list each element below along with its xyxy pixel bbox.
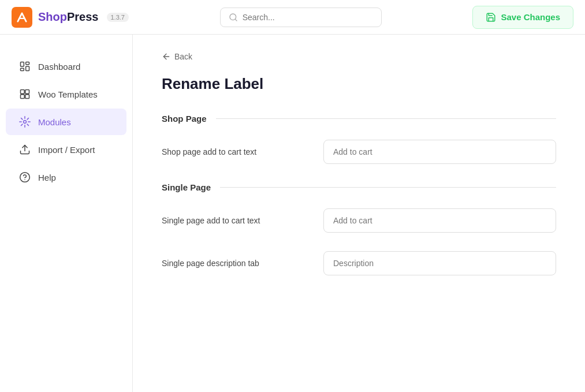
shop-page-section-title: Shop Page [162,114,207,124]
svg-rect-7 [21,90,25,94]
shop-add-to-cart-row: Shop page add to cart text [162,140,556,164]
shop-page-section: Shop Page Shop page add to cart text [162,114,556,164]
layout: Dashboard Woo Templates Mo [0,35,585,392]
header-center [129,8,472,27]
sidebar-item-modules-label: Modules [38,117,71,127]
sidebar: Dashboard Woo Templates Mo [0,35,133,392]
sidebar-item-modules[interactable]: Modules [6,109,126,135]
sidebar-item-import-export-label: Import / Export [38,145,95,155]
single-page-section-line [220,187,556,188]
svg-point-11 [24,121,27,124]
dashboard-icon [18,60,31,73]
logo-text: ShopPress [38,10,99,24]
export-icon [18,143,31,156]
shop-page-section-header: Shop Page [162,114,556,124]
svg-rect-0 [12,7,32,28]
sidebar-item-help[interactable]: Help [6,164,126,191]
search-input[interactable] [243,13,373,22]
page-title: Rename Label [162,75,556,93]
logo-area: ShopPress 1.3.7 [12,7,129,28]
single-page-section-header: Single Page [162,182,556,192]
svg-point-13 [20,173,30,182]
shoppress-logo-icon [12,7,32,28]
svg-rect-4 [26,62,29,65]
sidebar-item-dashboard[interactable]: Dashboard [6,53,126,80]
back-arrow-icon [162,52,171,61]
grid-icon [18,88,31,100]
svg-rect-3 [21,62,24,67]
search-icon [229,13,238,22]
single-description-tab-input[interactable] [323,251,556,275]
sidebar-item-help-label: Help [38,173,56,182]
svg-rect-6 [21,68,24,70]
sidebar-item-import-export[interactable]: Import / Export [6,136,126,163]
modules-icon [18,115,31,128]
single-page-section: Single Page Single page add to cart text… [162,182,556,275]
version-badge: 1.3.7 [107,13,129,22]
shop-page-section-line [216,118,556,119]
svg-rect-5 [26,66,29,71]
single-description-tab-label: Single page description tab [162,259,312,268]
sidebar-item-woo-templates-label: Woo Templates [38,89,98,99]
save-changes-button[interactable]: Save Changes [472,6,573,29]
svg-rect-8 [25,90,29,94]
shop-add-to-cart-input[interactable] [323,140,556,164]
sidebar-item-woo-templates[interactable]: Woo Templates [6,81,126,107]
single-page-section-title: Single Page [162,182,211,192]
svg-line-2 [235,19,237,21]
help-icon [18,171,31,184]
sidebar-item-dashboard-label: Dashboard [38,62,80,72]
single-add-to-cart-label: Single page add to cart text [162,216,312,225]
header: ShopPress 1.3.7 Save Changes [0,0,585,35]
shop-add-to-cart-label: Shop page add to cart text [162,147,312,156]
single-description-tab-row: Single page description tab [162,251,556,275]
single-add-to-cart-row: Single page add to cart text [162,208,556,233]
search-box[interactable] [220,8,382,27]
save-icon [486,12,496,23]
svg-rect-9 [21,95,25,99]
main-content: Back Rename Label Shop Page Shop page ad… [133,35,585,392]
single-add-to-cart-input[interactable] [323,208,556,233]
back-link[interactable]: Back [162,52,192,61]
svg-rect-10 [25,95,29,99]
